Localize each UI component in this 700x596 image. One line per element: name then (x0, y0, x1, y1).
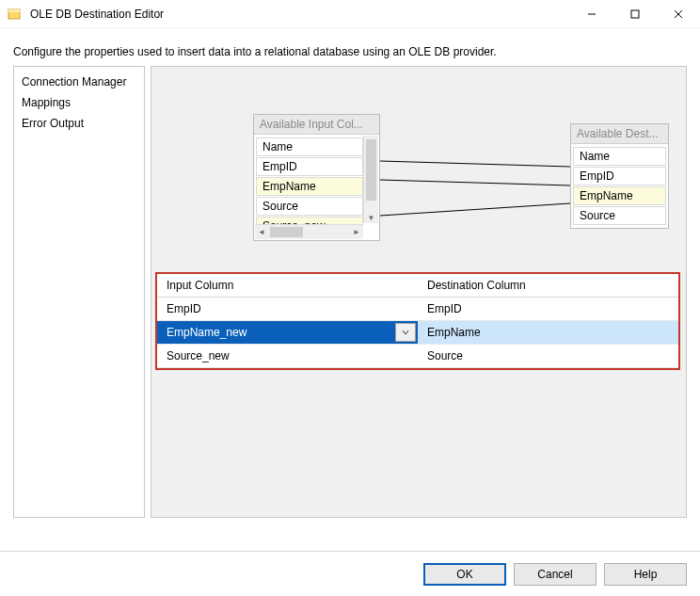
nav-error-output[interactable]: Error Output (20, 114, 138, 133)
nav-panel: Connection Manager Mappings Error Output (13, 66, 145, 518)
help-button[interactable]: Help (604, 563, 687, 586)
input-col-item[interactable]: EmpID (256, 157, 363, 176)
chevron-down-icon[interactable] (395, 323, 416, 342)
grid-cell-input-dropdown[interactable]: EmpName_new (157, 321, 418, 345)
available-destination-columns[interactable]: Available Dest... Name EmpID EmpName Sou… (570, 123, 669, 229)
grid-row[interactable]: Source_new Source (157, 345, 678, 368)
scroll-down-icon[interactable]: ▼ (364, 211, 378, 224)
main-panel: Available Input Col... Name EmpID EmpNam… (151, 66, 687, 518)
minimize-button[interactable] (570, 0, 613, 28)
svg-rect-3 (631, 10, 639, 18)
titlebar: OLE DB Destination Editor (0, 0, 700, 28)
svg-rect-1 (8, 9, 20, 12)
svg-line-6 (380, 161, 570, 167)
grid-cell-input[interactable]: Source_new (157, 345, 418, 368)
input-col-item[interactable]: Name (256, 137, 363, 156)
grid-cell-dest[interactable]: EmpID (418, 298, 678, 321)
svg-line-8 (380, 203, 570, 216)
input-list-title: Available Input Col... (254, 115, 379, 135)
dest-col-item[interactable]: Source (573, 206, 666, 225)
available-input-columns[interactable]: Available Input Col... Name EmpID EmpNam… (253, 114, 380, 241)
ok-button[interactable]: OK (423, 563, 506, 586)
grid-cell-input[interactable]: EmpID (157, 298, 418, 321)
grid-header-input[interactable]: Input Column (157, 274, 418, 298)
grid-cell-dest[interactable]: EmpName (418, 321, 678, 345)
dest-col-item[interactable]: Name (573, 147, 666, 166)
mapping-diagram: Available Input Col... Name EmpID EmpNam… (151, 67, 686, 265)
nav-mappings[interactable]: Mappings (20, 93, 138, 112)
scroll-right-icon[interactable]: ► (350, 228, 363, 236)
maximize-button[interactable] (613, 0, 657, 28)
close-button[interactable] (657, 0, 700, 28)
app-icon (8, 7, 23, 22)
grid-row-selected[interactable]: EmpName_new EmpName (157, 321, 678, 345)
dest-col-item[interactable]: EmpName (573, 186, 666, 205)
input-col-item[interactable]: EmpName (256, 177, 363, 196)
grid-cell-dest[interactable]: Source (418, 345, 678, 368)
scroll-thumb[interactable] (270, 227, 303, 237)
cancel-button[interactable]: Cancel (514, 563, 597, 586)
dialog-footer: OK Cancel Help (0, 551, 700, 596)
dialog-subtitle: Configure the properties used to insert … (0, 28, 700, 66)
scroll-thumb[interactable] (366, 139, 376, 201)
input-hscrollbar[interactable]: ◄ ► (255, 224, 363, 239)
svg-line-7 (380, 180, 570, 185)
input-vscrollbar[interactable]: ▲ ▼ (363, 136, 378, 223)
dest-col-item[interactable]: EmpID (573, 167, 666, 185)
nav-connection-manager[interactable]: Connection Manager (20, 72, 138, 91)
window-title: OLE DB Destination Editor (30, 8, 570, 21)
grid-header-dest[interactable]: Destination Column (418, 274, 678, 298)
mapping-grid-highlight: Input Column Destination Column EmpID Em… (155, 272, 680, 370)
grid-cell-value: EmpName_new (167, 326, 247, 339)
grid-row[interactable]: EmpID EmpID (157, 298, 678, 321)
mapping-grid[interactable]: Input Column Destination Column EmpID Em… (157, 274, 678, 368)
scroll-left-icon[interactable]: ◄ (255, 228, 268, 236)
dest-list-title: Available Dest... (571, 124, 668, 144)
input-col-item[interactable]: Source (256, 197, 363, 216)
